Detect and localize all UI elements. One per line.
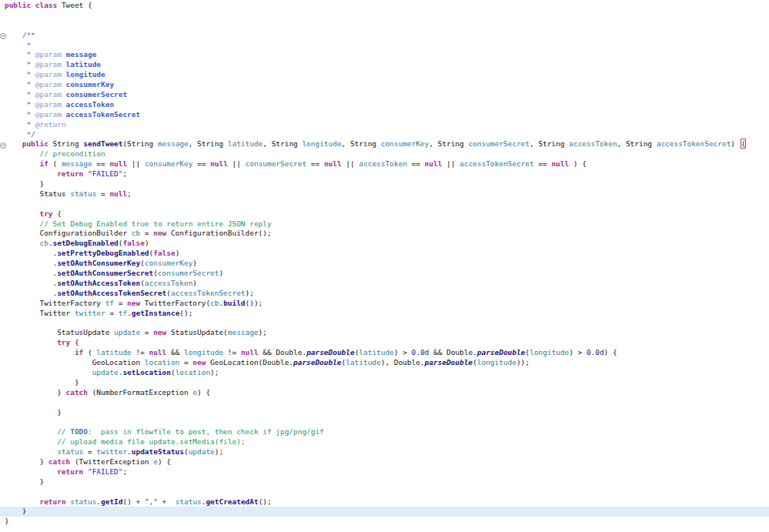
code-line: .setOAuthAccessTokenSecret(accessTokenSe… [5, 289, 769, 299]
code-line [5, 11, 769, 21]
code-line: return "FAILED"; [5, 467, 769, 477]
code-line: } [5, 179, 769, 189]
fold-collapse-icon[interactable] [0, 142, 6, 149]
code-line: try { [5, 209, 769, 219]
current-line-highlight: } [0, 507, 769, 517]
code-line: .setPrettyDebugEnabled(false) [5, 249, 769, 259]
code-line: } catch (NumberFormatException e) { [5, 388, 769, 398]
code-line: * @param accessTokenSecret [5, 110, 769, 120]
code-line: * @param consumerKey [5, 80, 769, 90]
code-line: StatusUpdate update = new StatusUpdate(m… [5, 328, 769, 338]
code-line: // precondition [5, 149, 769, 159]
code-line: Status status = null; [5, 189, 769, 199]
code-line: if ( message == null || consumerKey == n… [5, 159, 769, 169]
code-line: public class Tweet { [5, 1, 769, 11]
code-line: * @param latitude [5, 60, 769, 70]
code-line [5, 398, 769, 408]
code-line: public String sendTweet(String message, … [5, 139, 769, 149]
code-line: // upload media file update.setMedia(fil… [5, 437, 769, 447]
code-line: .setOAuthAccessToken(accessToken) [5, 279, 769, 289]
code-line: cb.setDebugEnabled(false) [5, 239, 769, 249]
code-line: .setOAuthConsumerKey(consumerKey) [5, 259, 769, 269]
code-line: update.setLocation(location); [5, 368, 769, 378]
code-line: Twitter twitter = tf.getInstance(); [5, 309, 769, 319]
code-line: return "FAILED"; [5, 169, 769, 179]
code-editor[interactable]: public class Tweet { /** * * @param mess… [0, 0, 769, 532]
code-line [5, 199, 769, 209]
code-line: .setOAuthConsumerSecret(consumerSecret) [5, 269, 769, 279]
code-line: TwitterFactory tf = new TwitterFactory(c… [5, 299, 769, 309]
code-line: * [5, 41, 769, 51]
code-line: } [5, 408, 769, 418]
code-line: status = twitter.updateStatus(update); [5, 447, 769, 457]
code-line: * @param message [5, 50, 769, 60]
code-line: try { [5, 338, 769, 348]
code-line: } [5, 517, 769, 527]
code-line: // Set Debug Enabled true to return enti… [5, 219, 769, 229]
code-line: * @param accessToken [5, 100, 769, 110]
code-line [5, 487, 769, 497]
code-line [5, 417, 769, 427]
code-line: if ( latitude != null && longitude != nu… [5, 348, 769, 358]
code-line [5, 319, 769, 329]
code-line: } [5, 477, 769, 487]
code-line: } catch (TwitterException e) { [5, 457, 769, 467]
code-line: ConfigurationBuilder cb = new Configurat… [5, 229, 769, 239]
code-line [5, 21, 769, 31]
code-line: GeoLocation location = new GeoLocation(D… [5, 358, 769, 368]
fold-collapse-icon[interactable] [0, 33, 6, 39]
code-line: * @param longitude [5, 70, 769, 80]
code-line: * @param consumerSecret [5, 90, 769, 100]
code-line: } [5, 378, 769, 388]
code-line: /** [5, 31, 769, 41]
code-area[interactable]: public class Tweet { /** * * @param mess… [0, 0, 769, 532]
code-line: * @return [5, 120, 769, 130]
code-line: return status.getId() + "," + status.get… [5, 497, 769, 507]
code-line: */ [5, 130, 769, 140]
code-line: // TODO: pass in flowfile to post, then … [5, 427, 769, 437]
